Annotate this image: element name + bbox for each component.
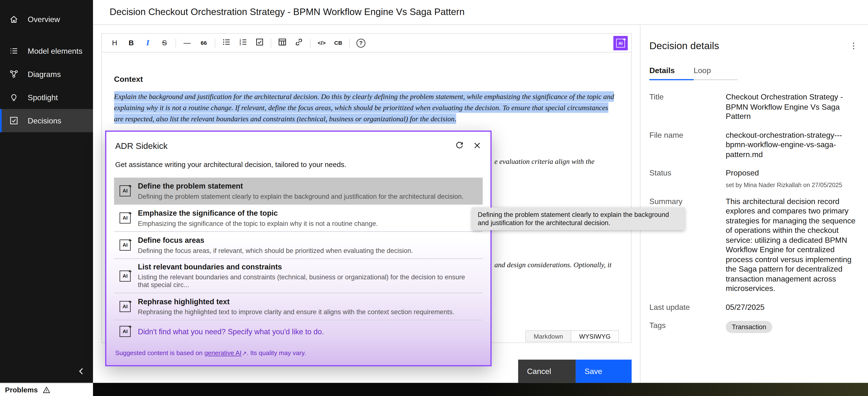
option-define-problem-statement[interactable]: AI Define the problem statement Defining… xyxy=(114,178,483,205)
tag-pill: Transaction xyxy=(726,321,773,333)
field-label: Status xyxy=(649,168,725,188)
link-button[interactable] xyxy=(292,36,306,50)
sidebar-item-overview[interactable]: Overview xyxy=(0,8,93,31)
option-description: Defining the problem statement clearly t… xyxy=(138,192,464,200)
bulleted-list-icon xyxy=(222,37,231,48)
ai-icon-label: AI xyxy=(123,215,128,221)
external-link-icon: ↗ xyxy=(242,350,247,356)
heading-button[interactable]: H xyxy=(107,36,122,50)
mode-markdown[interactable]: Markdown xyxy=(526,331,571,341)
option-title: List relevant boundaries and constraints xyxy=(138,263,477,271)
checkbox-checked-icon xyxy=(9,116,19,125)
panel-title: Decision details xyxy=(649,40,719,52)
help-button[interactable]: ? xyxy=(354,36,368,50)
link-icon xyxy=(294,37,304,48)
sidekick-options: AI Define the problem statement Defining… xyxy=(114,178,483,342)
table-icon xyxy=(278,37,287,48)
toolbar-separator xyxy=(349,38,350,47)
section-heading: Context xyxy=(114,75,619,84)
refresh-button[interactable] xyxy=(451,137,468,155)
footer-actions: Cancel Save xyxy=(518,360,631,383)
numbered-list-icon: 123 xyxy=(239,37,248,48)
bulleted-list-button[interactable] xyxy=(219,36,234,50)
horizontal-rule-button[interactable]: — xyxy=(180,36,194,50)
save-button[interactable]: Save xyxy=(576,360,631,383)
bold-button[interactable]: B xyxy=(124,36,138,50)
tab-details[interactable]: Details xyxy=(649,62,693,80)
strikethrough-button[interactable]: S xyxy=(157,36,172,50)
field-row: Status Proposed set by Mina Nader Rizkal… xyxy=(649,168,859,188)
sidebar-item-spotlight[interactable]: Spotlight xyxy=(0,86,93,109)
option-title: Define focus areas xyxy=(138,236,413,244)
ai-icon-label: AI xyxy=(123,273,128,278)
home-icon xyxy=(9,15,19,24)
code-block-button[interactable]: CB xyxy=(331,36,345,50)
table-button[interactable] xyxy=(275,36,289,50)
chevron-left-icon[interactable] xyxy=(74,364,88,378)
option-title: Didn't find what you need? Specify what … xyxy=(138,327,324,335)
field-value-wrap: Checkout Orchestration Strategy - BPMN W… xyxy=(726,93,859,122)
modal-footer: Suggested content is based on generative… xyxy=(106,342,490,364)
toolbar-separator xyxy=(176,38,176,47)
problems-label: Problems xyxy=(5,386,38,394)
blockquote-button[interactable]: 66 xyxy=(196,36,211,50)
field-label: Title xyxy=(649,93,725,122)
cancel-button[interactable]: Cancel xyxy=(518,360,576,383)
overflow-menu-icon[interactable] xyxy=(848,40,859,54)
ai-icon: AI xyxy=(120,212,131,224)
option-description: Rephrasing the highlighted text to impro… xyxy=(138,308,454,316)
sidebar-footer xyxy=(0,364,93,383)
toolbar-separator xyxy=(215,38,215,47)
tab-loop[interactable]: Loop xyxy=(693,62,738,80)
option-list-boundaries[interactable]: AI List relevant boundaries and constrai… xyxy=(114,259,483,293)
option-rephrase-highlighted[interactable]: AI Rephrase highlighted text Rephrasing … xyxy=(114,293,483,320)
field-label: Last update xyxy=(649,302,725,312)
option-description: Defining the focus areas, if relevant, w… xyxy=(138,246,413,254)
field-value: Proposed xyxy=(726,168,859,178)
italic-button[interactable]: I xyxy=(141,36,155,50)
sidebar-item-diagrams[interactable]: Diagrams xyxy=(0,62,93,86)
text-selection: Explain the background and justification… xyxy=(114,91,614,124)
editor-paragraph: Explain the background and justification… xyxy=(114,91,619,124)
field-row: File name checkout-orchestration-strateg… xyxy=(649,130,859,159)
refresh-icon xyxy=(455,141,464,151)
mode-wysiwyg[interactable]: WYSIWYG xyxy=(571,331,618,341)
field-value-wrap: This architectural decision record explo… xyxy=(726,197,859,294)
page-header: Decision Checkout Orchestration Strategy… xyxy=(93,0,868,25)
field-row: Title Checkout Orchestration Strategy - … xyxy=(649,93,859,122)
numbered-list-button[interactable]: 123 xyxy=(236,36,250,50)
lightbulb-icon xyxy=(9,93,19,102)
app: Decision Checkout Orchestration Strategy… xyxy=(0,0,868,396)
option-define-focus-areas[interactable]: AI Define focus areas Defining the focus… xyxy=(114,232,483,259)
status-bar: Problems xyxy=(0,383,868,396)
sidebar-item-decisions[interactable]: Decisions xyxy=(0,109,93,132)
close-button[interactable] xyxy=(468,137,486,155)
details-tabs: DetailsLoop xyxy=(649,62,859,80)
footer-text: . Its quality may vary. xyxy=(247,350,306,356)
option-title: Rephrase highlighted text xyxy=(138,297,454,306)
option-description: Emphasizing the significance of the topi… xyxy=(138,219,378,227)
toolbar-separator xyxy=(310,38,310,47)
page-title: Decision Checkout Orchestration Strategy… xyxy=(110,6,465,18)
checklist-button[interactable] xyxy=(252,36,267,50)
sidebar-item-model-elements[interactable]: Model elements xyxy=(0,39,93,62)
modal-title: ADR Sidekick xyxy=(115,141,451,151)
option-description: Listing the relevant boundaries and cons… xyxy=(138,273,477,289)
field-label: File name xyxy=(649,130,725,159)
sidebar: Overview Model elements Diagrams Spotlig… xyxy=(0,0,93,383)
ai-icon: AI xyxy=(120,240,131,251)
field-value: checkout-orchestration-strategy---bpmn-w… xyxy=(726,130,859,159)
field-value-wrap: 05/27/2025 xyxy=(726,302,859,312)
details-panel: Decision details DetailsLoop Title Check… xyxy=(640,25,868,383)
toolbar-separator xyxy=(271,38,271,47)
field-row: Last update 05/27/2025 xyxy=(649,302,859,312)
option-emphasize-significance[interactable]: AI Emphasize the significance of the top… xyxy=(114,205,483,232)
ai-assistant-button[interactable]: AI xyxy=(614,36,628,51)
option-custom-prompt[interactable]: AI Didn't find what you need? Specify wh… xyxy=(114,320,483,342)
ai-icon-label: AI xyxy=(123,188,128,194)
adr-sidekick-modal: ADR Sidekick Get assistance writing your… xyxy=(105,130,491,366)
inline-code-button[interactable]: </> xyxy=(314,36,329,50)
generative-ai-link[interactable]: generative AI↗ xyxy=(205,350,247,356)
sidebar-nav: Overview Model elements Diagrams Spotlig… xyxy=(0,0,93,132)
problems-toggle[interactable]: Problems xyxy=(0,383,93,396)
